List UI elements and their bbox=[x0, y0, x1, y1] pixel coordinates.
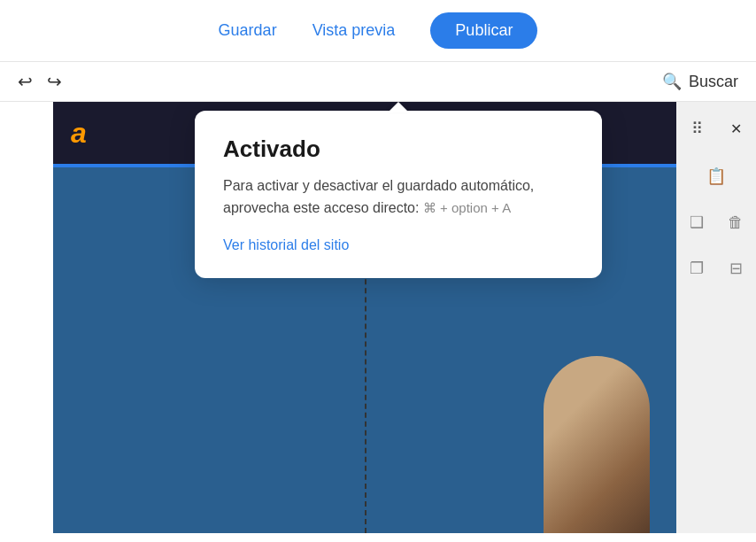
history-link[interactable]: Ver historial del sitio bbox=[223, 237, 349, 252]
layer-copy-button[interactable]: ❐ bbox=[681, 252, 713, 284]
sidebar-copy-delete-row: ❑ 🗑 bbox=[681, 206, 752, 238]
sidebar-top-icons: ⠿ ✕ bbox=[681, 112, 752, 144]
toolbar: ↩ ↪ 🔍 Buscar bbox=[0, 62, 756, 102]
copy-icon: ❑ bbox=[690, 213, 704, 232]
tooltip-shortcut: ⌘ + option + A bbox=[423, 200, 511, 215]
left-edge bbox=[0, 102, 53, 533]
sidebar-paste-row: 📋 bbox=[700, 160, 732, 192]
search-area[interactable]: 🔍 Buscar bbox=[662, 72, 738, 91]
redo-icon[interactable]: ↪ bbox=[47, 71, 62, 92]
save-link[interactable]: Guardar bbox=[219, 21, 277, 40]
search-label: Buscar bbox=[689, 73, 738, 91]
publish-button[interactable]: Publicar bbox=[430, 12, 537, 49]
canvas-area: a ⠿ ✕ 📋 ❑ 🗑 ❐ bbox=[0, 102, 756, 533]
tooltip-title: Activado bbox=[223, 136, 574, 163]
silhouette-body bbox=[544, 356, 650, 533]
align-button[interactable]: ⊟ bbox=[720, 252, 752, 284]
close-panel-button[interactable]: ✕ bbox=[720, 112, 752, 144]
search-icon: 🔍 bbox=[662, 72, 682, 91]
silhouette-figure bbox=[544, 356, 650, 533]
layer-copy-icon: ❐ bbox=[690, 259, 704, 278]
tooltip-popup: Activado Para activar y desactivar el gu… bbox=[195, 111, 602, 278]
tooltip-arrow bbox=[388, 102, 409, 112]
trash-icon: 🗑 bbox=[728, 213, 744, 232]
paste-button[interactable]: 📋 bbox=[700, 160, 732, 192]
preview-link[interactable]: Vista previa bbox=[312, 21, 396, 40]
delete-button[interactable]: 🗑 bbox=[720, 206, 752, 238]
right-sidebar: ⠿ ✕ 📋 ❑ 🗑 ❐ ⊟ bbox=[676, 102, 756, 533]
align-icon: ⊟ bbox=[729, 259, 743, 278]
dots-grip-icon: ⠿ bbox=[681, 112, 713, 144]
paste-icon: 📋 bbox=[706, 166, 726, 186]
sidebar-layer-align-row: ❐ ⊟ bbox=[681, 252, 752, 284]
undo-icon[interactable]: ↩ bbox=[18, 71, 33, 92]
tooltip-body: Para activar y desactivar el guardado au… bbox=[223, 175, 574, 220]
amazon-logo: a bbox=[71, 117, 87, 150]
copy-button[interactable]: ❑ bbox=[681, 206, 713, 238]
header-bar: Guardar Vista previa Publicar bbox=[0, 0, 756, 62]
